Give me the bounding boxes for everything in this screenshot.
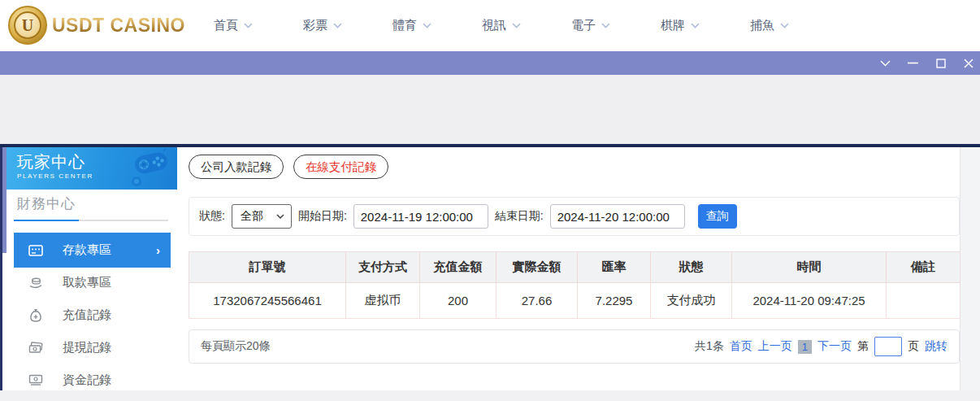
- nav-item-cards[interactable]: 棋牌: [661, 18, 700, 33]
- scrollbar-track[interactable]: [960, 147, 980, 390]
- cell-recharge-amount: 200: [420, 283, 497, 319]
- sidebar-item-label: 充值記錄: [63, 307, 111, 323]
- logo: U USDT CASINO: [8, 6, 185, 45]
- cell-status: 支付成功: [651, 283, 732, 319]
- sidebar-item-label: 存款專區: [63, 242, 111, 258]
- cell-time: 2024-11-20 09:47:25: [732, 283, 887, 319]
- filter-bar: 狀態: 全部 開始日期: 結束日期: 查詢: [189, 197, 960, 236]
- cell-order-no: 1732067245566461: [189, 283, 346, 319]
- jump-button[interactable]: 跳转: [925, 339, 947, 354]
- jump-label-post: 页: [908, 339, 919, 354]
- sidebar-item-label: 提現記錄: [63, 340, 111, 355]
- col-recharge-amount: 充值金額: [420, 252, 497, 283]
- cell-remark: [887, 283, 960, 319]
- col-order-no: 訂單號: [189, 252, 346, 283]
- window-controls: [878, 51, 975, 75]
- nav-item-label: 體育: [392, 18, 417, 33]
- sidebar-item-withdraw[interactable]: 取款專區: [14, 268, 171, 297]
- nav-item-label: 捕魚: [750, 18, 774, 33]
- page-size-text: 每頁顯示20條: [201, 339, 271, 354]
- nav-item-label: 首頁: [214, 18, 238, 33]
- nav-item-label: 電子: [571, 18, 596, 33]
- maximize-icon[interactable]: [934, 56, 947, 70]
- sidebar-item-funds-record[interactable]: 資金記錄: [14, 365, 171, 394]
- end-date-label: 結束日期:: [495, 209, 544, 224]
- cell-rate: 7.2295: [578, 283, 651, 319]
- jump-page-input[interactable]: [874, 337, 902, 356]
- total-count-text: 共1条: [695, 339, 724, 354]
- sidebar-item-label: 取款專區: [63, 275, 111, 290]
- minimize-icon[interactable]: [906, 56, 920, 70]
- main-panel: 公司入款記錄 在線支付記錄 狀態: 全部 開始日期: 結束日期: 查詢 訂單號: [177, 147, 960, 390]
- tab-online-payment-record[interactable]: 在線支付記錄: [293, 155, 388, 179]
- start-date-label: 開始日期:: [298, 209, 347, 224]
- chevron-down-icon: [244, 23, 253, 28]
- chevron-down-icon: [423, 23, 431, 28]
- col-time: 時間: [732, 252, 887, 283]
- gamepad-icon: [128, 149, 174, 188]
- status-label: 狀態:: [199, 209, 225, 224]
- cell-pay-method: 虚拟币: [346, 283, 420, 319]
- current-page-badge[interactable]: 1: [798, 340, 812, 354]
- chevron-down-icon: [780, 23, 789, 28]
- sidebar-banner: 玩家中心 PLAYERS CENTER: [7, 147, 177, 190]
- nav-item-slots[interactable]: 電子: [571, 18, 610, 33]
- window-titlebar: [0, 51, 980, 75]
- collapse-icon[interactable]: [878, 56, 892, 70]
- sidebar-section-title: 財務中心: [17, 194, 76, 213]
- end-date-input[interactable]: [550, 204, 685, 229]
- prev-page-link[interactable]: 上一页: [758, 339, 792, 354]
- col-actual-amount: 實際金額: [497, 252, 578, 283]
- banknote-icon: [28, 340, 43, 355]
- table-row: 1732067245566461 虚拟币 200 27.66 7.2295 支付…: [189, 283, 960, 319]
- next-page-link[interactable]: 下一页: [817, 339, 852, 354]
- nav-item-label: 視訊: [482, 18, 506, 33]
- nav-item-label: 棋牌: [661, 18, 685, 33]
- nav-item-lottery[interactable]: 彩票: [303, 18, 342, 33]
- site-header: U USDT CASINO 首頁 彩票 體育 視訊 電子: [0, 0, 980, 51]
- close-icon[interactable]: [961, 56, 975, 70]
- nav-item-fishing[interactable]: 捕魚: [750, 18, 789, 33]
- sidebar-divider: [14, 220, 168, 221]
- sidebar-item-recharge-record[interactable]: 充值記錄: [14, 300, 171, 329]
- status-select-value: 全部: [241, 209, 263, 224]
- nav-item-home[interactable]: 首頁: [214, 18, 253, 33]
- record-tabs: 公司入款記錄 在線支付記錄: [189, 155, 388, 179]
- chevron-down-icon: [333, 23, 342, 28]
- chevron-down-icon: [691, 23, 700, 28]
- col-remark: 備註: [887, 252, 960, 283]
- hand-coins-icon: [28, 275, 43, 290]
- spacer-band: [0, 75, 980, 144]
- pagination-controls: 共1条 首页 上一页 1 下一页 第 页 跳转: [695, 337, 947, 356]
- sidebar-item-deposit[interactable]: 存款專區 ›: [14, 233, 171, 268]
- app-window: U USDT CASINO 首頁 彩票 體育 視訊 電子: [0, 0, 980, 401]
- top-nav: 首頁 彩票 體育 視訊 電子 棋牌: [214, 0, 789, 51]
- tab-company-deposit-record[interactable]: 公司入款記錄: [189, 155, 284, 179]
- chevron-right-icon: ›: [156, 243, 160, 257]
- table-header-row: 訂單號 支付方式 充值金額 實際金額 匯率 狀態 時間 備註: [189, 252, 960, 283]
- status-select[interactable]: 全部: [232, 204, 292, 229]
- nav-item-live[interactable]: 視訊: [482, 18, 521, 33]
- money-bag-icon: [28, 307, 43, 322]
- pagination-bar: 每頁顯示20條 共1条 首页 上一页 1 下一页 第 页 跳转: [189, 329, 960, 364]
- records-table: 訂單號 支付方式 充值金額 實際金額 匯率 狀態 時間 備註 173206724…: [189, 251, 960, 319]
- first-page-link[interactable]: 首页: [730, 339, 752, 354]
- chevron-down-icon: [512, 23, 521, 28]
- col-rate: 匯率: [578, 252, 651, 283]
- chevron-down-icon: [601, 23, 610, 28]
- logo-text: USDT CASINO: [52, 15, 185, 37]
- start-date-input[interactable]: [353, 204, 488, 229]
- sidebar-item-withdrawal-record[interactable]: 提現記錄: [14, 333, 171, 362]
- sidebar: 玩家中心 PLAYERS CENTER: [7, 147, 177, 390]
- col-status: 狀態: [651, 252, 732, 283]
- chevron-down-icon: [276, 214, 284, 219]
- col-pay-method: 支付方式: [346, 252, 420, 283]
- sidebar-item-label: 資金記錄: [63, 373, 111, 388]
- cell-actual-amount: 27.66: [497, 283, 578, 319]
- nav-item-sports[interactable]: 體育: [392, 18, 431, 33]
- deposit-card-icon: [28, 243, 43, 258]
- search-button[interactable]: 查詢: [698, 204, 737, 229]
- logo-coin-icon: U: [8, 6, 47, 45]
- jump-label-pre: 第: [857, 339, 869, 354]
- nav-item-label: 彩票: [303, 18, 327, 33]
